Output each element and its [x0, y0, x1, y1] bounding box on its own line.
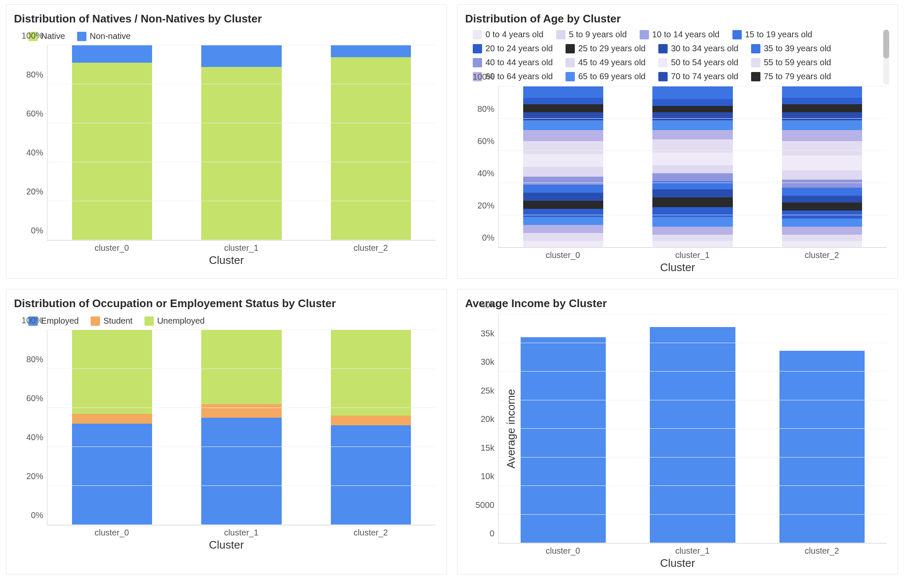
legend-item[interactable]: 10 to 14 years old [640, 30, 720, 39]
bar-segment[interactable] [523, 130, 603, 141]
bar-segment[interactable] [652, 153, 732, 165]
bar-segment[interactable] [72, 63, 152, 240]
bar-segment[interactable] [523, 120, 603, 130]
bar-segment[interactable] [652, 227, 732, 235]
bar-segment[interactable] [782, 196, 862, 202]
bar-segment[interactable] [523, 177, 603, 185]
bar-segment[interactable] [782, 180, 862, 188]
bar-segment[interactable] [523, 141, 603, 154]
bar-segment[interactable] [652, 130, 732, 140]
bar-segment[interactable] [523, 201, 603, 209]
legend-item[interactable]: 65 to 69 years old [566, 72, 646, 81]
bar-segment[interactable] [782, 155, 862, 170]
bar-segment[interactable] [652, 235, 732, 241]
bar-segment[interactable] [72, 424, 152, 525]
bar-segment[interactable] [523, 193, 603, 201]
bar-segment[interactable] [72, 45, 152, 63]
stacked-bar[interactable] [72, 330, 152, 525]
stacked-bar[interactable] [331, 45, 411, 240]
legend-item[interactable]: 50 to 54 years old [658, 58, 738, 67]
legend-item[interactable]: 35 to 39 years old [751, 44, 831, 53]
stacked-bar[interactable] [201, 45, 281, 240]
bar-segment[interactable] [782, 86, 862, 98]
y-tick-label: 80% [26, 70, 43, 80]
bar-segment[interactable] [652, 217, 732, 227]
bar-segment[interactable] [523, 185, 603, 193]
bar-segment[interactable] [782, 130, 862, 141]
stacked-bar[interactable] [652, 86, 732, 247]
legend-item[interactable]: Unemployed [144, 316, 205, 326]
bar-segment[interactable] [782, 104, 862, 112]
legend-item[interactable]: 0 to 4 years old [473, 30, 544, 39]
bar-segment[interactable] [523, 98, 603, 104]
bar-segment[interactable] [782, 112, 862, 120]
bar-segment[interactable] [331, 330, 411, 416]
bar-column [177, 330, 306, 525]
bar-segment[interactable] [652, 241, 732, 247]
bar-segment[interactable] [652, 189, 732, 197]
plot-area: 0%20%40%60%80%100% [498, 86, 887, 248]
bar-segment[interactable] [652, 120, 732, 130]
bar-segment[interactable] [782, 219, 862, 227]
bar-segment[interactable] [523, 225, 603, 233]
bar-segment[interactable] [523, 112, 603, 120]
bar-segment[interactable] [523, 154, 603, 167]
bar-segment[interactable] [72, 330, 152, 414]
bar[interactable] [521, 337, 606, 543]
stacked-bar[interactable] [201, 330, 281, 525]
bar-segment[interactable] [523, 86, 603, 98]
stacked-bar[interactable] [72, 45, 152, 240]
stacked-bar[interactable] [331, 330, 411, 525]
legend-item[interactable]: 15 to 19 years old [732, 30, 812, 39]
bar-segment[interactable] [782, 120, 862, 130]
bar-segment[interactable] [523, 217, 603, 225]
legend-item[interactable]: 30 to 34 years old [658, 44, 738, 53]
bar-segment[interactable] [523, 233, 603, 241]
stacked-bar[interactable] [523, 86, 603, 247]
legend-scrollbar[interactable] [883, 30, 889, 85]
bar-segment[interactable] [782, 141, 862, 155]
bar-segment[interactable] [652, 173, 732, 181]
bar-segment[interactable] [331, 45, 411, 57]
legend-item[interactable]: Student [91, 316, 133, 326]
bar-segment[interactable] [331, 416, 411, 425]
bar-segment[interactable] [331, 57, 411, 240]
bar-segment[interactable] [782, 241, 862, 247]
legend-item[interactable]: 45 to 49 years old [566, 58, 646, 67]
bar-segment[interactable] [201, 45, 281, 67]
bar-segment[interactable] [652, 207, 732, 217]
bar[interactable] [650, 327, 735, 543]
stacked-bar[interactable] [782, 86, 862, 247]
legend-item[interactable]: 75 to 79 years old [751, 72, 831, 81]
bar-segment[interactable] [652, 165, 732, 173]
bar-segment[interactable] [782, 202, 862, 211]
legend-item[interactable]: 25 to 29 years old [566, 44, 646, 53]
bar-segment[interactable] [201, 418, 281, 525]
legend-item[interactable]: 70 to 74 years old [658, 72, 738, 81]
bar-segment[interactable] [652, 99, 732, 105]
legend-scrollbar-thumb[interactable] [883, 30, 889, 58]
bar-segment[interactable] [331, 425, 411, 525]
bar-segment[interactable] [72, 414, 152, 424]
bar-segment[interactable] [201, 330, 281, 404]
bar-segment[interactable] [201, 404, 281, 418]
bar-segment[interactable] [523, 167, 603, 177]
bar-segment[interactable] [201, 67, 281, 240]
bar-segment[interactable] [652, 112, 732, 120]
bar-segment[interactable] [523, 209, 603, 217]
bar-segment[interactable] [523, 104, 603, 112]
legend-item[interactable]: 55 to 59 years old [751, 58, 831, 67]
bar-segment[interactable] [652, 106, 732, 112]
bar-segment[interactable] [782, 235, 862, 241]
bar-segment[interactable] [782, 98, 862, 104]
bar-segment[interactable] [782, 227, 862, 235]
bar-segment[interactable] [782, 170, 862, 180]
legend-item[interactable]: 20 to 24 years old [473, 44, 553, 53]
legend-item[interactable]: 5 to 9 years old [556, 30, 627, 39]
bar-segment[interactable] [782, 188, 862, 196]
legend-item[interactable]: Non-native [77, 31, 131, 41]
bar-segment[interactable] [652, 197, 732, 207]
bar-segment[interactable] [652, 86, 732, 99]
legend-item[interactable]: 40 to 44 years old [473, 58, 553, 67]
bar-segment[interactable] [523, 241, 603, 247]
